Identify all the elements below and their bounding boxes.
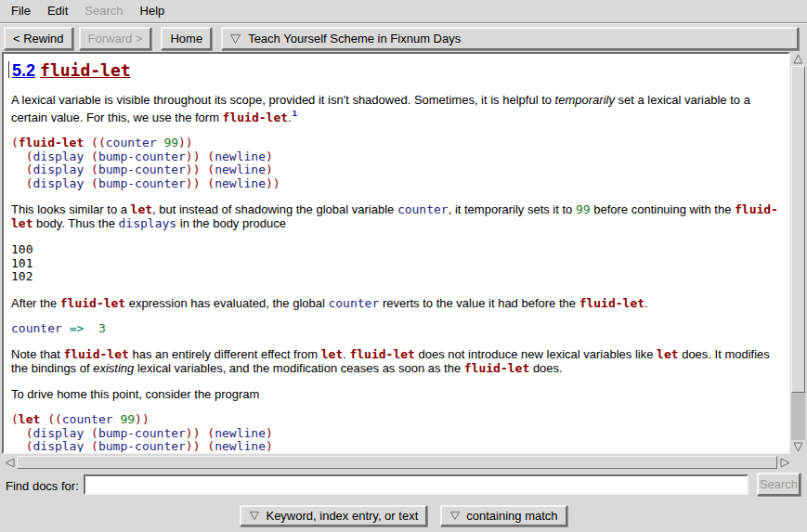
text-segment: fluid-let (579, 296, 644, 310)
text-segment (11, 426, 26, 440)
section-dropdown-icon[interactable] (229, 33, 241, 45)
dropdown-arrow-icon (249, 511, 260, 521)
text-caret (8, 61, 9, 78)
text-segment: fluid-let (19, 136, 84, 149)
text-segment: newline (215, 426, 266, 440)
text-segment: bump-counter (98, 439, 186, 453)
heading-title: fluid-let (40, 60, 131, 80)
text-segment: )) (186, 149, 201, 163)
text-segment: counter (62, 412, 113, 426)
scroll-left-icon[interactable] (2, 456, 17, 469)
text-segment: . (644, 296, 648, 310)
block-code: (let ((counter 99)) (display (bump-count… (11, 413, 783, 454)
search-button[interactable]: Search (757, 473, 800, 496)
text-segment: , it temporarily sets it to (449, 202, 576, 216)
text-segment: ) (266, 439, 273, 453)
text-segment: bump-counter (98, 176, 186, 190)
text-segment (11, 439, 26, 453)
menu-edit[interactable]: Edit (39, 0, 76, 22)
text-segment: reverts to the value it had before the (379, 296, 579, 310)
menu-file[interactable]: File (3, 0, 39, 22)
text-segment: let (321, 347, 343, 361)
horizontal-scroll-thumb[interactable] (17, 456, 777, 469)
text-segment: fluid-let (349, 347, 414, 361)
text-segment (11, 149, 26, 163)
text-segment: ( (207, 149, 215, 163)
heading-section-link[interactable]: 5.2 (12, 61, 35, 80)
footnote-link[interactable]: 1 (293, 109, 297, 118)
text-segment: display (33, 162, 84, 176)
text-segment: ( (91, 439, 98, 453)
text-segment: )) (186, 439, 201, 453)
scroll-right-icon[interactable] (777, 456, 792, 469)
text-segment: A lexical variable is visible throughout… (11, 93, 555, 107)
text-segment (84, 149, 91, 163)
search-kind-popup-button[interactable]: Keyword, index entry, or text (240, 505, 427, 526)
block-code: counter => 3 (11, 322, 783, 336)
search-kind-label: Keyword, index entry, or text (266, 509, 418, 523)
text-segment: counter (328, 296, 379, 310)
menubar-separator (0, 22, 807, 24)
output-line: 102 (11, 270, 783, 284)
scroll-down-icon[interactable] (791, 440, 805, 454)
text-segment (84, 162, 91, 176)
text-segment: counter (397, 202, 449, 216)
text-segment: in the body produce (176, 216, 286, 230)
horizontal-scrollbar[interactable] (2, 456, 792, 469)
match-kind-label: containing match (466, 509, 557, 523)
menubar: File Edit Search Help (0, 0, 807, 22)
forward-button[interactable]: Forward > (79, 27, 152, 50)
text-segment: . (288, 110, 292, 124)
text-segment: After the (11, 296, 60, 310)
text-segment: (( (91, 136, 106, 149)
text-segment (62, 321, 70, 335)
search-options-row: Keyword, index entry, or text containing… (0, 505, 807, 526)
text-segment: display (33, 176, 84, 190)
text-segment: newline (215, 176, 266, 190)
text-segment: let (657, 347, 678, 361)
text-segment: has an entirely different effect from (129, 347, 321, 361)
text-segment (11, 176, 26, 190)
document-title-bar[interactable]: Teach Yourself Scheme in Fixnum Days (221, 27, 799, 50)
text-segment: 3 (98, 321, 106, 335)
text-segment: lexical variables, and the modification … (134, 361, 464, 375)
text-segment: ( (11, 412, 19, 426)
block-output: 100101102 (11, 243, 783, 284)
text-segment: body. Thus the (33, 216, 118, 230)
text-segment: This looks similar to a (11, 202, 131, 216)
text-segment: ( (91, 426, 98, 440)
output-line: 100 (11, 243, 783, 257)
text-segment: newline (215, 439, 266, 453)
toolbar: < Rewind Forward > Home Teach Yourself S… (4, 27, 799, 50)
menu-help[interactable]: Help (132, 0, 174, 22)
dropdown-arrow-icon (449, 511, 461, 521)
text-segment: before continuing with the (591, 202, 735, 216)
text-segment (84, 426, 91, 440)
text-segment: let (19, 412, 40, 426)
text-segment: let (131, 202, 152, 216)
vertical-scrollbar[interactable] (791, 52, 805, 454)
home-button[interactable]: Home (161, 27, 212, 50)
text-segment: ( (207, 176, 215, 190)
text-segment: ) (266, 149, 273, 163)
block-para: After the fluid-let expression has evalu… (11, 296, 783, 310)
text-segment: ( (91, 149, 98, 163)
menu-search[interactable]: Search (76, 0, 131, 22)
text-segment: bump-counter (98, 149, 186, 163)
match-kind-popup-button[interactable]: containing match (440, 505, 566, 526)
text-segment: counter (11, 321, 62, 335)
block-para: A lexical variable is visible throughout… (11, 93, 783, 124)
text-segment: ( (207, 162, 215, 176)
text-segment: displays (119, 216, 177, 230)
text-segment: )) (135, 412, 150, 426)
block-heading: 5.2 fluid-let (12, 60, 783, 81)
find-docs-input[interactable] (84, 474, 748, 495)
vertical-scroll-thumb[interactable] (791, 66, 805, 393)
text-segment: )) (186, 162, 201, 176)
block-para: Note that fluid-let has an entirely diff… (11, 347, 783, 375)
text-segment: )) (178, 136, 193, 149)
rewind-button[interactable]: < Rewind (4, 27, 73, 50)
document-title: Teach Yourself Scheme in Fixnum Days (248, 32, 461, 45)
text-segment: newline (215, 162, 266, 176)
scroll-up-icon[interactable] (791, 52, 805, 66)
